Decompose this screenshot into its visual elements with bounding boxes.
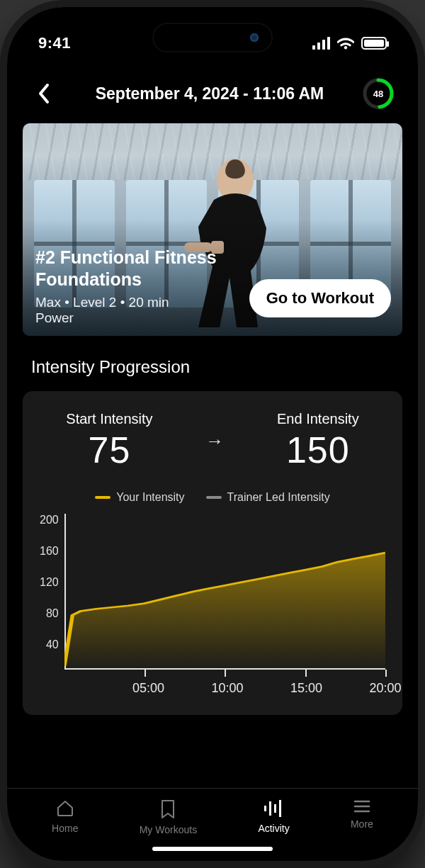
tab-activity[interactable]: Activity <box>258 799 289 834</box>
legend-your-swatch <box>95 496 110 499</box>
end-intensity-value: 150 <box>277 429 359 471</box>
progress-ring[interactable]: 48 <box>363 78 394 109</box>
tab-bar: Home My Workouts Activity More <box>7 788 418 841</box>
tab-home[interactable]: Home <box>52 799 78 834</box>
chevron-left-icon <box>38 83 50 104</box>
back-button[interactable] <box>31 81 57 106</box>
bookmark-icon <box>159 799 177 820</box>
legend-your-label: Your Intensity <box>116 491 184 504</box>
activity-icon <box>262 799 286 818</box>
status-time: 9:41 <box>38 34 71 52</box>
start-intensity-value: 75 <box>66 429 152 471</box>
workout-meta: Max • Level 2 • 20 min Power <box>35 295 261 326</box>
volume-mute-button <box>0 170 1 198</box>
chart-legend: Your Intensity Trainer Led Intensity <box>40 491 385 504</box>
go-to-workout-button[interactable]: Go to Workout <box>249 279 391 317</box>
wifi-icon <box>337 37 354 50</box>
tab-workouts[interactable]: My Workouts <box>140 799 197 835</box>
home-icon <box>55 799 75 818</box>
legend-trainer-swatch <box>206 496 222 499</box>
end-intensity-label: End Intensity <box>277 411 359 427</box>
svg-rect-5 <box>264 806 266 811</box>
tab-activity-label: Activity <box>258 823 289 834</box>
volume-up-button <box>0 220 1 269</box>
volume-down-button <box>0 283 1 333</box>
workout-hero-card[interactable]: #2 Functional Fitness Foundations Max • … <box>23 123 402 336</box>
cellular-icon <box>312 37 330 50</box>
workout-title: #2 Functional Fitness Foundations <box>35 247 261 291</box>
home-indicator[interactable] <box>152 847 273 851</box>
phone-frame: 9:41 September 4, 2024 - 11:06 AM 48 <box>0 0 425 868</box>
progress-ring-value: 48 <box>363 78 394 109</box>
battery-icon <box>361 37 387 50</box>
page-title: September 4, 2024 - 11:06 AM <box>57 84 363 103</box>
intensity-card: Start Intensity 75 → End Intensity 150 Y… <box>23 391 402 715</box>
section-title: Intensity Progression <box>7 336 418 387</box>
arrow-right-icon: → <box>205 430 224 452</box>
svg-rect-7 <box>274 804 276 813</box>
tab-workouts-label: My Workouts <box>140 824 197 835</box>
tab-home-label: Home <box>52 823 78 834</box>
svg-rect-6 <box>269 801 271 816</box>
tab-more-label: More <box>351 818 373 830</box>
menu-icon <box>352 799 372 814</box>
dynamic-island <box>152 23 273 52</box>
intensity-chart: 2001601208040 <box>40 514 385 698</box>
tab-more[interactable]: More <box>351 799 373 830</box>
svg-rect-8 <box>279 800 281 817</box>
legend-trainer-label: Trainer Led Intensity <box>227 491 330 504</box>
start-intensity-label: Start Intensity <box>66 411 152 427</box>
